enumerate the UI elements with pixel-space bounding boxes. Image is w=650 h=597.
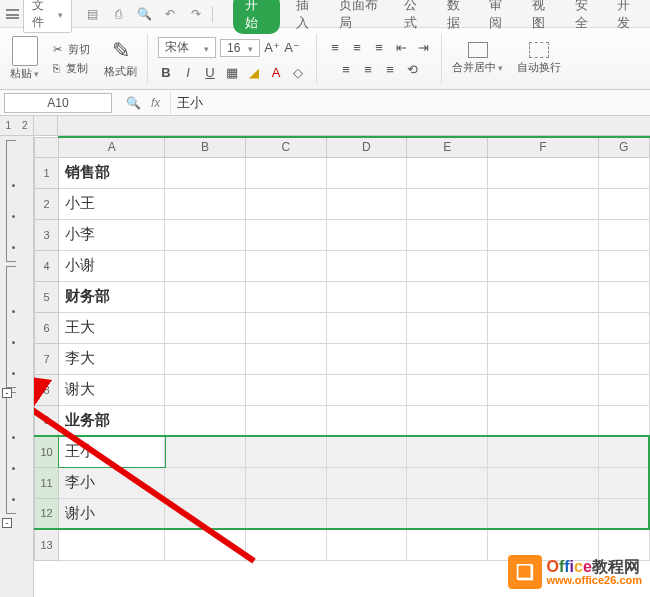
cell[interactable] (488, 436, 599, 467)
collapse-button[interactable]: - (2, 388, 12, 398)
cell[interactable] (165, 219, 246, 250)
cell[interactable]: 王大 (59, 312, 165, 343)
cell[interactable] (407, 157, 488, 188)
cell[interactable] (407, 529, 488, 560)
cell[interactable]: 财务部 (59, 281, 165, 312)
cell[interactable]: 李小 (59, 467, 165, 498)
row-header[interactable]: 12 (35, 498, 59, 529)
row-header[interactable]: 7 (35, 343, 59, 374)
col-header-D[interactable]: D (326, 137, 407, 157)
cell[interactable] (165, 188, 246, 219)
cell[interactable] (488, 312, 599, 343)
cell[interactable] (245, 188, 326, 219)
cell[interactable] (59, 529, 165, 560)
cell[interactable] (165, 312, 246, 343)
cell[interactable] (599, 343, 650, 374)
cell[interactable] (326, 312, 407, 343)
copy-button[interactable]: ⎘ 复制 (53, 61, 88, 76)
indent-right-icon[interactable]: ⇥ (415, 40, 431, 56)
cell[interactable]: 业务部 (59, 405, 165, 436)
row-header[interactable]: 6 (35, 312, 59, 343)
cell[interactable] (407, 281, 488, 312)
cell[interactable] (326, 374, 407, 405)
cell[interactable] (326, 498, 407, 529)
font-size-combo[interactable]: 16 (220, 39, 260, 57)
cell[interactable] (165, 467, 246, 498)
cell[interactable] (599, 157, 650, 188)
cell[interactable] (407, 343, 488, 374)
cell[interactable] (599, 374, 650, 405)
cell[interactable] (326, 467, 407, 498)
cell[interactable] (407, 498, 488, 529)
cell[interactable] (165, 250, 246, 281)
cell[interactable] (599, 498, 650, 529)
tab-view[interactable]: 视图 (528, 0, 559, 34)
tab-data[interactable]: 数据 (443, 0, 474, 34)
cell[interactable] (245, 529, 326, 560)
format-painter-button[interactable]: ✎ 格式刷 (104, 38, 137, 79)
cell[interactable] (488, 467, 599, 498)
align-bottom-icon[interactable]: ≡ (371, 40, 387, 56)
cell[interactable] (245, 281, 326, 312)
underline-icon[interactable]: U (202, 64, 218, 80)
redo-icon[interactable]: ↷ (188, 6, 204, 22)
cell[interactable] (326, 436, 407, 467)
cell[interactable] (326, 250, 407, 281)
row-header[interactable]: 4 (35, 250, 59, 281)
cell[interactable] (165, 436, 246, 467)
search-icon[interactable]: 🔍 (126, 96, 141, 110)
cell[interactable]: 小王 (59, 188, 165, 219)
cell[interactable]: 小谢 (59, 250, 165, 281)
cell[interactable]: 谢大 (59, 374, 165, 405)
cell[interactable] (245, 467, 326, 498)
cell[interactable] (245, 498, 326, 529)
cell[interactable] (599, 219, 650, 250)
tab-home[interactable]: 开始 (233, 0, 280, 34)
cell[interactable] (326, 188, 407, 219)
row-header[interactable]: 13 (35, 529, 59, 560)
orientation-icon[interactable]: ⟲ (404, 62, 420, 78)
cell[interactable] (407, 219, 488, 250)
cell[interactable] (407, 467, 488, 498)
cell[interactable] (488, 281, 599, 312)
undo-icon[interactable]: ↶ (162, 6, 178, 22)
cell[interactable] (245, 312, 326, 343)
cell[interactable] (407, 405, 488, 436)
col-header-C[interactable]: C (245, 137, 326, 157)
align-middle-icon[interactable]: ≡ (349, 40, 365, 56)
tab-insert[interactable]: 插入 (292, 0, 323, 34)
italic-icon[interactable]: I (180, 64, 196, 80)
bold-icon[interactable]: B (158, 64, 174, 80)
cell[interactable] (326, 405, 407, 436)
cell[interactable] (599, 188, 650, 219)
indent-left-icon[interactable]: ⇤ (393, 40, 409, 56)
file-menu[interactable]: 文件 (23, 0, 72, 33)
cell[interactable] (407, 374, 488, 405)
cell[interactable] (488, 219, 599, 250)
col-header-F[interactable]: F (488, 137, 599, 157)
name-box[interactable]: A10 (4, 93, 112, 113)
align-center-icon[interactable]: ≡ (360, 62, 376, 78)
cut-button[interactable]: ✂ 剪切 (53, 42, 90, 57)
col-header-B[interactable]: B (165, 137, 246, 157)
row-header[interactable]: 9 (35, 405, 59, 436)
cell[interactable]: 李大 (59, 343, 165, 374)
col-header-E[interactable]: E (407, 137, 488, 157)
formula-input[interactable]: 王小 (170, 92, 650, 114)
outline-level-2[interactable]: 2 (22, 120, 28, 131)
merge-center-button[interactable]: 合并居中 (446, 40, 509, 77)
cell[interactable] (488, 188, 599, 219)
col-header-A[interactable]: A (59, 137, 165, 157)
paste-button[interactable]: 粘贴 (10, 36, 39, 81)
cell[interactable] (245, 405, 326, 436)
spreadsheet[interactable]: A B C D E F G 1销售部2小王3小李4小谢5财务部6王大7李大8谢大… (34, 136, 650, 597)
col-header-G[interactable]: G (599, 137, 650, 157)
cell[interactable] (407, 188, 488, 219)
cell[interactable] (407, 312, 488, 343)
align-right-icon[interactable]: ≡ (382, 62, 398, 78)
cell[interactable] (326, 157, 407, 188)
cell[interactable] (326, 219, 407, 250)
cell[interactable] (165, 405, 246, 436)
cell[interactable] (599, 281, 650, 312)
tab-layout[interactable]: 页面布局 (335, 0, 388, 34)
